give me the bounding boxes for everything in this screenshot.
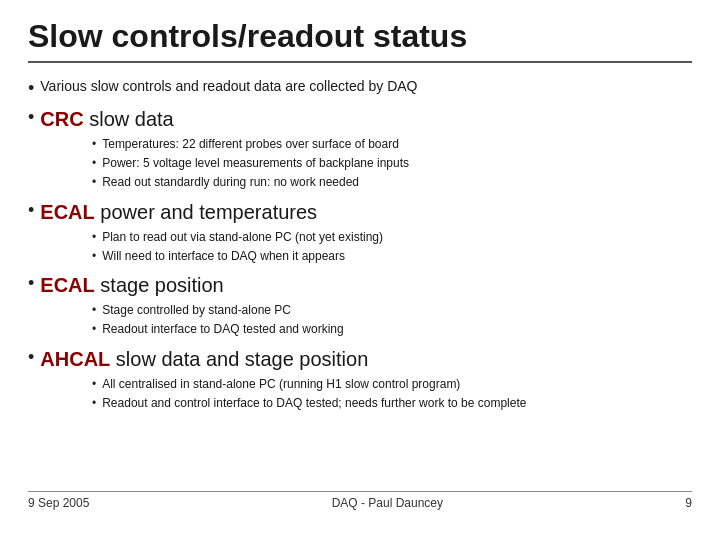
sub-dot: •	[92, 174, 96, 191]
bullet-4-label: ECAL	[40, 274, 94, 296]
sub-dot: •	[92, 321, 96, 338]
sub-dot: •	[92, 376, 96, 393]
bullet-1: • Various slow controls and readout data…	[28, 77, 692, 100]
bullet-5-sub-1: • All centralised in stand-alone PC (run…	[92, 376, 692, 393]
content-area: • Various slow controls and readout data…	[28, 73, 692, 491]
sub-dot: •	[92, 155, 96, 172]
bullet-4: • ECAL stage position	[28, 272, 692, 299]
bullet-3-label: ECAL	[40, 201, 94, 223]
bullet-2-subs: • Temperatures: 22 different probes over…	[60, 135, 692, 190]
bullet-4-sub-1: • Stage controlled by stand-alone PC	[92, 302, 692, 319]
bullet-3-rest: power and temperatures	[95, 201, 317, 223]
sub-dot: •	[92, 136, 96, 153]
bullet-2-text: CRC slow data	[40, 106, 173, 133]
footer-center: DAQ - Paul Dauncey	[332, 496, 443, 510]
bullet-1-text: Various slow controls and readout data a…	[40, 77, 417, 96]
bullet-3-text: ECAL power and temperatures	[40, 199, 317, 226]
bullet-5-rest: slow data and stage position	[110, 348, 368, 370]
sub-text: All centralised in stand-alone PC (runni…	[102, 376, 460, 393]
bullet-2: • CRC slow data	[28, 106, 692, 133]
bullet-2-dot: •	[28, 106, 34, 129]
slide: Slow controls/readout status • Various s…	[0, 0, 720, 540]
bullet-3-sub-1: • Plan to read out via stand-alone PC (n…	[92, 229, 692, 246]
bullet-4-rest: stage position	[95, 274, 224, 296]
sub-text: Readout and control interface to DAQ tes…	[102, 395, 526, 412]
bullet-5-label: AHCAL	[40, 348, 110, 370]
bullet-5: • AHCAL slow data and stage position	[28, 346, 692, 373]
bullet-5-dot: •	[28, 346, 34, 369]
bullet-4-dot: •	[28, 272, 34, 295]
sub-text: Temperatures: 22 different probes over s…	[102, 136, 399, 153]
bullet-3-sub-2: • Will need to interface to DAQ when it …	[92, 248, 692, 265]
bullet-4-subs: • Stage controlled by stand-alone PC • R…	[60, 301, 692, 338]
bullet-5-text: AHCAL slow data and stage position	[40, 346, 368, 373]
sub-text: Stage controlled by stand-alone PC	[102, 302, 291, 319]
slide-title: Slow controls/readout status	[28, 18, 692, 63]
bullet-2-sub-3: • Read out standardly during run: no wor…	[92, 174, 692, 191]
sub-dot: •	[92, 248, 96, 265]
bullet-4-text: ECAL stage position	[40, 272, 223, 299]
bullet-4-sub-2: • Readout interface to DAQ tested and wo…	[92, 321, 692, 338]
sub-dot: •	[92, 302, 96, 319]
footer-date: 9 Sep 2005	[28, 496, 89, 510]
sub-text: Will need to interface to DAQ when it ap…	[102, 248, 345, 265]
sub-text: Power: 5 voltage level measurements of b…	[102, 155, 409, 172]
sub-text: Read out standardly during run: no work …	[102, 174, 359, 191]
sub-dot: •	[92, 395, 96, 412]
sub-dot: •	[92, 229, 96, 246]
bullet-5-sub-2: • Readout and control interface to DAQ t…	[92, 395, 692, 412]
bullet-3-dot: •	[28, 199, 34, 222]
bullet-3: • ECAL power and temperatures	[28, 199, 692, 226]
sub-text: Readout interface to DAQ tested and work…	[102, 321, 343, 338]
bullet-5-subs: • All centralised in stand-alone PC (run…	[60, 375, 692, 412]
bullet-2-sub-1: • Temperatures: 22 different probes over…	[92, 136, 692, 153]
bullet-2-sub-2: • Power: 5 voltage level measurements of…	[92, 155, 692, 172]
footer: 9 Sep 2005 DAQ - Paul Dauncey 9	[28, 491, 692, 510]
bullet-2-rest: slow data	[84, 108, 174, 130]
sub-text: Plan to read out via stand-alone PC (not…	[102, 229, 383, 246]
bullet-2-label: CRC	[40, 108, 83, 130]
bullet-3-subs: • Plan to read out via stand-alone PC (n…	[60, 228, 692, 265]
footer-page: 9	[685, 496, 692, 510]
bullet-1-dot: •	[28, 77, 34, 100]
